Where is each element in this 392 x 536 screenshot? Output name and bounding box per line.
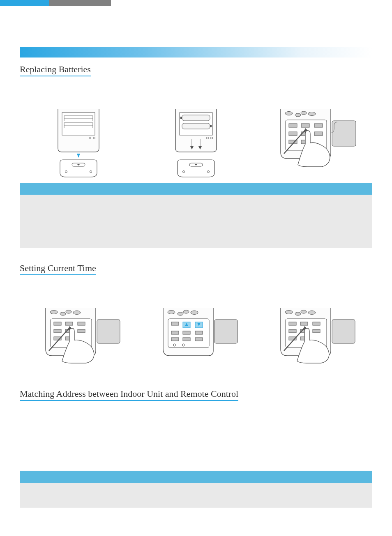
svg-point-79 [295,312,301,315]
svg-point-46 [73,311,81,315]
svg-rect-88 [313,329,320,333]
svg-rect-56 [97,320,120,343]
illustration-row-batteries [20,109,372,179]
svg-rect-53 [78,329,85,333]
svg-point-28 [295,113,301,117]
svg-rect-74 [195,338,203,341]
svg-rect-83 [289,322,296,325]
bottom-blue-band [20,471,372,483]
svg-rect-64 [171,322,179,325]
svg-point-27 [285,112,293,115]
svg-rect-69 [171,331,179,334]
svg-rect-84 [300,322,308,325]
svg-rect-40 [332,121,356,146]
svg-rect-15 [180,117,182,119]
svg-rect-86 [289,329,296,333]
illus-remote-front-press [277,109,350,179]
top-decorative-bars [0,0,392,6]
illus-remote-insert-batteries [159,109,233,179]
svg-rect-48 [54,322,61,325]
svg-rect-33 [301,124,309,127]
svg-rect-73 [183,338,190,341]
svg-rect-91 [332,320,355,343]
svg-rect-37 [314,132,323,136]
svg-rect-50 [78,322,85,325]
svg-point-81 [308,311,316,315]
svg-rect-72 [171,338,179,341]
svg-point-62 [191,311,198,315]
illus-time-step2 [159,308,233,378]
svg-point-78 [285,311,293,314]
illus-remote-back-cover-off [42,109,115,179]
illus-time-step1 [42,308,115,378]
svg-point-29 [301,111,307,115]
top-bar-blue [0,0,49,6]
note-bar-body [20,195,372,248]
svg-point-45 [66,310,71,313]
note-bar-header [20,183,372,195]
section-gradient-bar [20,47,372,58]
svg-rect-77 [214,320,238,343]
heading-replacing-batteries: Replacing Batteries [20,64,91,76]
svg-point-30 [308,112,316,116]
svg-rect-16 [210,125,212,127]
svg-rect-13 [182,115,210,121]
svg-rect-14 [182,123,210,129]
svg-rect-71 [195,331,203,334]
svg-rect-85 [313,322,320,325]
svg-marker-7 [77,154,80,158]
svg-point-43 [50,311,58,314]
manual-page: Replacing Batteries [0,0,392,536]
bottom-gray-band [20,483,372,508]
svg-point-61 [183,310,189,313]
top-bar-gray [49,0,111,6]
svg-point-60 [178,312,183,315]
heading-matching-address: Matching Address between Indoor Unit and… [20,389,238,401]
page-content: Replacing Batteries [0,47,392,508]
svg-rect-70 [183,331,190,334]
svg-rect-34 [314,124,323,127]
heading-setting-current-time: Setting Current Time [20,263,96,275]
svg-point-44 [60,312,66,315]
svg-rect-35 [289,132,297,136]
svg-rect-32 [289,124,297,127]
svg-rect-51 [54,329,61,333]
svg-rect-49 [65,322,73,325]
illus-time-step3 [277,308,350,378]
svg-point-59 [168,311,175,314]
svg-point-80 [301,310,307,313]
illustration-row-time [20,308,372,378]
